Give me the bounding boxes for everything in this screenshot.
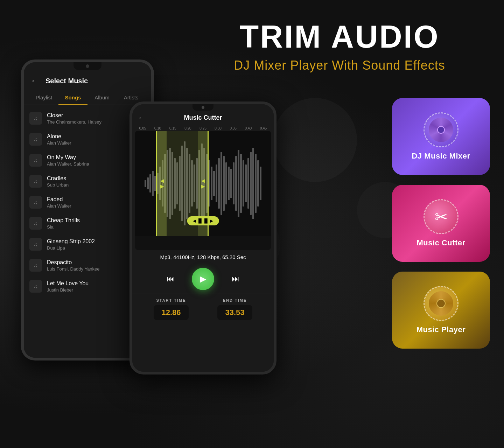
- music-note-icon: ♫: [29, 112, 42, 125]
- bottom-trim-handle[interactable]: ◀ ▐▌▐▌ ▶: [187, 216, 219, 225]
- waveform-bar: [216, 164, 217, 202]
- phone2-notch: [192, 104, 214, 111]
- timeline-label: 0.45: [256, 126, 271, 130]
- playback-controls: ⏮ ▶ ⏭: [132, 264, 274, 294]
- timeline-label: 0.25: [195, 126, 210, 130]
- handle-right-icon: ◀▶: [200, 178, 206, 189]
- sub-title: DJ Mixer Player With Sound Effects: [192, 58, 486, 73]
- phone1-notch: [74, 62, 102, 70]
- timeline-label: 0.05: [135, 126, 150, 130]
- waveform-container[interactable]: ◀▶ ◀▶ ◀ ▐▌▐▌ ▶: [135, 131, 271, 250]
- end-time-label: END TIME: [217, 298, 252, 302]
- vinyl-record-icon: [429, 118, 453, 142]
- waveform-bar: [247, 158, 249, 209]
- dj-mixer-label: DJ Music Mixer: [412, 152, 470, 161]
- music-note-icon: ♫: [29, 217, 42, 230]
- p1-title: Select Music: [46, 77, 88, 85]
- timeline-label: 0.15: [165, 126, 180, 130]
- scissors-icon: ✂: [435, 208, 448, 226]
- waveform-bar: [228, 167, 230, 200]
- waveform-bar: [230, 169, 232, 198]
- phone2-camera: [202, 106, 204, 109]
- tab-songs[interactable]: Songs: [58, 91, 88, 105]
- p2-title: Music Cutter: [184, 114, 222, 121]
- music-note-icon: ♫: [29, 154, 42, 167]
- phone2-device: ← Music Cutter 0.05 0.10 0.15 0.20 0.25 …: [130, 102, 276, 374]
- music-cutter-label: Music Cutter: [416, 238, 465, 247]
- music-player-icon: [424, 286, 458, 321]
- music-note-icon: ♫: [29, 238, 42, 251]
- end-time-block: END TIME 33.53: [217, 298, 252, 320]
- play-button[interactable]: ▶: [192, 268, 214, 290]
- trim-handle-left[interactable]: ◀▶: [156, 131, 167, 236]
- file-info: Mp3, 44100Hz, 128 Kbps, 65.20 Sec: [132, 250, 274, 264]
- waveform-bar: [255, 154, 257, 213]
- waveform-bar: [149, 174, 151, 193]
- timeline-label: 0.10: [150, 126, 165, 130]
- main-title: TRIM AUDIO: [192, 21, 486, 52]
- music-note-icon: ♫: [29, 259, 42, 272]
- waveform-bar: [211, 167, 212, 200]
- app-card-dj-mixer[interactable]: DJ Music Mixer: [392, 98, 490, 175]
- waveform-area: ◀▶ ◀▶ ◀ ▐▌▐▌ ▶: [135, 131, 271, 236]
- waveform-bar: [223, 156, 225, 211]
- p1-back-button[interactable]: ←: [31, 76, 38, 85]
- tab-album[interactable]: Album: [88, 91, 117, 105]
- music-note-icon: ♫: [29, 133, 42, 146]
- skip-forward-button[interactable]: ⏭: [228, 272, 243, 286]
- app-card-music-player[interactable]: Music Player: [392, 272, 490, 349]
- waveform-bar: [243, 160, 244, 206]
- waveform-bar: [235, 156, 237, 211]
- waveform-bar: [225, 162, 227, 204]
- bottom-handle-icon: ◀ ▐▌▐▌ ▶: [193, 218, 214, 223]
- page: TRIM AUDIO DJ Mixer Player With Sound Ef…: [0, 0, 504, 448]
- phone1-camera: [86, 64, 89, 68]
- waveform-bar: [218, 158, 220, 209]
- music-cutter-icon: ✂: [424, 199, 458, 234]
- p1-tabs: Playlist Songs Album Artists: [24, 91, 151, 105]
- record-icon: [429, 291, 453, 316]
- tab-playlist[interactable]: Playlist: [29, 91, 58, 105]
- skip-back-button[interactable]: ⏮: [163, 272, 178, 286]
- music-player-label: Music Player: [416, 325, 466, 334]
- waveform-bar: [238, 150, 239, 217]
- timeline-labels: 0.05 0.10 0.15 0.20 0.25 0.30 0.35 0.40 …: [132, 126, 274, 130]
- waveform-bar: [260, 167, 261, 200]
- waveform-bar: [147, 177, 149, 189]
- waveform-bar: [250, 152, 252, 215]
- waveform-bar: [213, 171, 215, 196]
- header-section: TRIM AUDIO DJ Mixer Player With Sound Ef…: [192, 21, 486, 73]
- start-time-value[interactable]: 12.86: [154, 305, 189, 320]
- end-time-value[interactable]: 33.53: [217, 305, 252, 320]
- timeline-label: 0.40: [241, 126, 256, 130]
- dj-mixer-icon: [424, 112, 458, 147]
- time-section: START TIME 12.86 END TIME 33.53: [132, 294, 274, 320]
- waveform-bar: [220, 152, 222, 215]
- timeline-label: 0.35: [226, 126, 241, 130]
- start-time-block: START TIME 12.86: [154, 298, 189, 320]
- music-note-icon: ♫: [29, 175, 42, 188]
- app-card-music-cutter[interactable]: ✂ Music Cutter: [392, 185, 490, 262]
- waveform-bar: [245, 164, 247, 202]
- waveform-bar: [240, 154, 242, 213]
- waveform-bar: [152, 171, 154, 196]
- start-time-label: START TIME: [154, 298, 189, 302]
- phone2-screen: ← Music Cutter 0.05 0.10 0.15 0.20 0.25 …: [132, 104, 274, 372]
- waveform-bar: [257, 160, 259, 206]
- p2-back-button[interactable]: ←: [138, 114, 145, 122]
- waveform-bar: [145, 180, 146, 187]
- music-note-icon: ♫: [29, 280, 42, 293]
- waveform-bar: [252, 148, 254, 219]
- timeline-label: 0.30: [211, 126, 226, 130]
- waveform-bar: [233, 162, 234, 204]
- app-icons-section: DJ Music Mixer ✂ Music Cutter Music Play…: [392, 98, 490, 349]
- timeline-label: 0.20: [180, 126, 195, 130]
- handle-left-icon: ◀▶: [159, 178, 165, 189]
- music-note-icon: ♫: [29, 196, 42, 209]
